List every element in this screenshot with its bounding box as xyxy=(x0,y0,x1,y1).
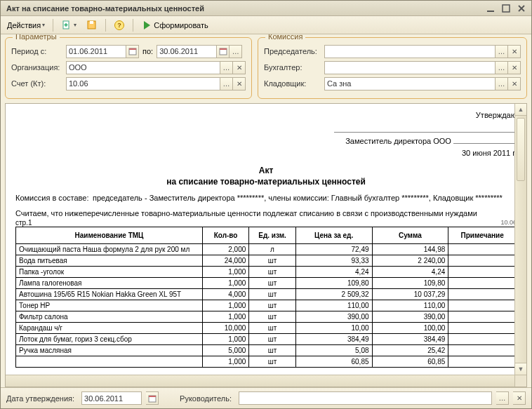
scroll-up-button[interactable]: ▲ xyxy=(515,104,526,116)
cell-sum: 109,80 xyxy=(372,278,448,289)
chair-clear-button[interactable]: ✕ xyxy=(508,45,521,58)
table-row: Ручка масляная5,000шт5,0825,42 xyxy=(16,345,517,356)
period-select-button[interactable]: … xyxy=(230,45,242,58)
vertical-scrollbar[interactable]: ▲ ▼ xyxy=(514,104,526,375)
footer-head-clear[interactable]: ✕ xyxy=(513,391,526,405)
cell-note xyxy=(448,278,517,289)
scroll-thumb[interactable] xyxy=(517,118,525,181)
cell-name: Очищающий паста Наша формула 2 для рук 2… xyxy=(16,244,203,255)
cell-name: Карандаш ч/г xyxy=(16,323,203,334)
save-button[interactable] xyxy=(83,18,101,33)
maximize-button[interactable] xyxy=(499,3,513,14)
org-select-button[interactable]: … xyxy=(220,61,233,74)
accountant-label: Бухгалтер: xyxy=(264,63,324,72)
approve-date: 30 июня 2011 г. xyxy=(15,147,517,159)
cell-price: 110,00 xyxy=(295,300,372,311)
cell-sum: 100,00 xyxy=(372,323,448,334)
committee-text: председатель - Заместитель директора ***… xyxy=(93,194,517,202)
table-row: Лоток для бумаг, гориз 3 секц.сбор1,000ш… xyxy=(16,334,517,345)
save-icon xyxy=(86,20,98,31)
params-fieldset: Параметры Период с: 01.06.2011 по: 30.06… xyxy=(5,37,252,99)
cell-price: 4,24 xyxy=(295,267,372,278)
table-row: 1,000шт60,8560,85 xyxy=(16,356,517,368)
help-button[interactable]: ? xyxy=(110,18,128,33)
table-row: Карандаш ч/г10,000шт10,00100,00 xyxy=(16,323,517,334)
cell-name: Вода питьевая xyxy=(16,255,203,267)
titlebar: Акт на списание товарно-материальных цен… xyxy=(1,1,531,16)
cell-unit: шт xyxy=(249,323,295,334)
report-viewport[interactable]: Утверждаю Заместитель директора ООО 30 и… xyxy=(5,103,527,387)
svg-rect-4 xyxy=(90,21,93,24)
cell-price: 10,00 xyxy=(295,323,372,334)
acct-clear-button[interactable]: ✕ xyxy=(233,77,246,90)
cell-name: Автошина 195/65 R15 Nokian Hakka Green X… xyxy=(16,289,203,300)
footer-head-select[interactable]: … xyxy=(496,391,509,405)
cell-qty: 10,000 xyxy=(202,323,248,334)
commission-legend: Комиссия xyxy=(265,34,305,41)
org-clear-button[interactable]: ✕ xyxy=(233,61,246,74)
cell-name xyxy=(16,356,203,368)
commission-fieldset: Комиссия Председатель: … ✕ Бухгалтер: … … xyxy=(258,37,527,99)
th-price: Цена за ед. xyxy=(295,227,372,244)
accountant-input[interactable] xyxy=(324,61,496,74)
cell-unit: шт xyxy=(249,267,295,278)
footer-date-label: Дата утверждения: xyxy=(6,394,74,403)
storekeeper-input[interactable]: Са зна xyxy=(324,77,496,90)
chair-select-button[interactable]: … xyxy=(496,45,508,58)
cell-note xyxy=(448,356,517,368)
acct-select-button[interactable]: … xyxy=(220,77,233,90)
cell-name: Тонер HP xyxy=(16,300,203,311)
report-document: Утверждаю Заместитель директора ООО 30 и… xyxy=(6,104,526,377)
date-from-input[interactable]: 01.06.2011 xyxy=(66,45,126,58)
cell-name: Ручка масляная xyxy=(16,345,203,356)
approve-sign-line xyxy=(334,124,517,133)
chevron-down-icon: ▾ xyxy=(42,22,45,28)
chair-label: Председатель: xyxy=(264,47,324,55)
horizontal-scrollbar[interactable] xyxy=(6,375,514,387)
footer-date-picker[interactable] xyxy=(146,391,159,405)
committee-label: Комиссия в составе: xyxy=(15,194,93,202)
cell-sum: 390,00 xyxy=(372,311,448,323)
cell-name: Лоток для бумаг, гориз 3 секц.сбор xyxy=(16,334,203,345)
storekeeper-clear-button[interactable]: ✕ xyxy=(508,77,521,90)
cell-sum: 4,24 xyxy=(372,267,448,278)
accountant-clear-button[interactable]: ✕ xyxy=(508,61,521,74)
run-button[interactable]: Сформировать xyxy=(138,18,212,33)
cell-note xyxy=(448,311,517,323)
svg-text:?: ? xyxy=(117,22,121,29)
cell-qty: 1,000 xyxy=(202,278,248,289)
footer-date-input[interactable]: 30.06.2011 xyxy=(81,391,142,405)
approve-word: Утверждаю xyxy=(15,109,517,121)
cell-name: Фильтр салона xyxy=(16,311,203,323)
storekeeper-select-button[interactable]: … xyxy=(496,77,508,90)
th-sum: Сумма xyxy=(372,227,448,244)
th-unit: Ед. изм. xyxy=(249,227,295,244)
actions-menu[interactable]: Действия ▾ xyxy=(4,19,48,32)
approve-title: Заместитель директора ООО xyxy=(345,137,451,145)
cell-sum: 144,98 xyxy=(372,244,448,255)
date-to-picker[interactable] xyxy=(217,45,230,58)
org-input[interactable]: ООО xyxy=(66,61,220,74)
separator xyxy=(133,19,133,32)
cell-name: Лампа галогеновая xyxy=(16,278,203,289)
period-label: Период с: xyxy=(11,47,66,55)
new-button[interactable]: ▾ xyxy=(58,18,80,33)
date-from-picker[interactable] xyxy=(126,45,139,58)
cell-qty: 1,000 xyxy=(202,267,248,278)
svg-rect-10 xyxy=(220,48,227,50)
close-button[interactable] xyxy=(514,3,528,14)
cell-qty: 1,000 xyxy=(202,300,248,311)
actions-label: Действия xyxy=(7,21,41,29)
acct-input[interactable]: 10.06 xyxy=(66,77,220,90)
chair-input[interactable] xyxy=(324,45,496,58)
scroll-down-button[interactable]: ▼ xyxy=(515,363,526,375)
run-label: Сформировать xyxy=(154,21,208,29)
calendar-icon xyxy=(148,394,157,403)
minimize-button[interactable] xyxy=(484,3,498,14)
toolbar: Действия ▾ ▾ ? Сформировать xyxy=(1,16,531,34)
doc-title: Акт xyxy=(15,166,517,175)
footer-head-input[interactable] xyxy=(239,391,492,405)
date-to-input[interactable]: 30.06.2011 xyxy=(157,45,217,58)
accountant-select-button[interactable]: … xyxy=(496,61,508,74)
cell-qty: 24,000 xyxy=(202,255,248,267)
